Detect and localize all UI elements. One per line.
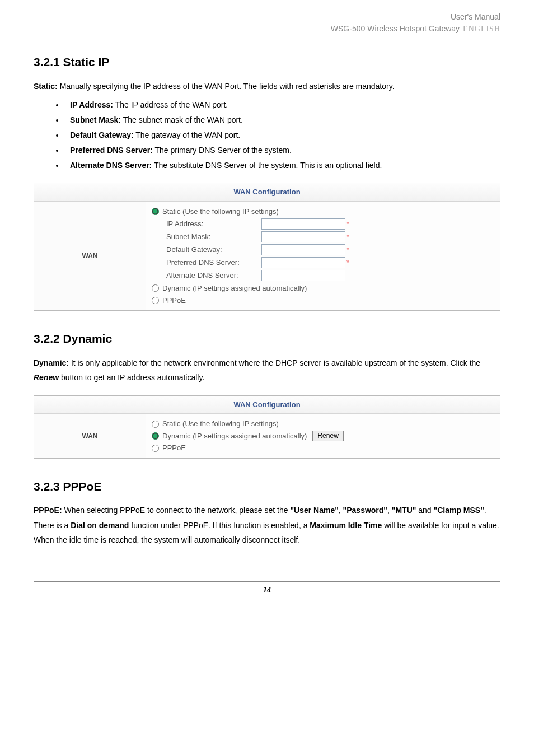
radio-line-pppoe[interactable]: PPPoE <box>152 295 494 306</box>
term-ip-address: IP Address: <box>70 100 113 109</box>
panel-title: WAN Configuration <box>34 183 500 202</box>
radio-pppoe[interactable] <box>152 445 159 452</box>
radio-label-static: Static (Use the following IP settings) <box>162 206 279 217</box>
list-item: Preferred DNS Server: The primary DNS Se… <box>64 144 500 156</box>
radio-label-pppoe: PPPoE <box>162 442 186 454</box>
radio-label-dynamic: Dynamic (IP settings assigned automatica… <box>162 283 307 294</box>
term-default-gateway: Default Gateway: <box>70 130 134 139</box>
header-line2: WSG-500 Wireless Hotspot Gateway ENGLISH <box>34 23 500 35</box>
radio-label-static: Static (Use the following IP settings) <box>162 418 279 430</box>
label-gw: Default Gateway: <box>166 244 261 255</box>
header-product: WSG-500 Wireless Hotspot Gateway <box>331 23 460 35</box>
text-dynamic2: button to get an IP address automaticall… <box>59 373 204 382</box>
term-password: "Password" <box>343 506 387 515</box>
radio-label-dynamic: Dynamic (IP settings assigned automatica… <box>162 431 307 442</box>
field-default-gateway: Default Gateway: * <box>166 244 494 255</box>
radio-pppoe[interactable] <box>152 297 159 304</box>
field-ip-address: IP Address: * <box>166 218 494 230</box>
term-subnet-mask: Subnet Mask: <box>70 115 121 124</box>
paragraph-dynamic: Dynamic: It is only applicable for the n… <box>34 356 500 385</box>
bullet-list-static: IP Address: The IP address of the WAN po… <box>64 99 500 171</box>
header-line1: User's Manual <box>34 11 500 23</box>
radio-line-pppoe[interactable]: PPPoE <box>152 442 494 454</box>
input-default-gateway[interactable] <box>261 244 345 255</box>
required-asterisk: * <box>346 257 349 268</box>
input-ip-address[interactable] <box>261 218 345 230</box>
heading-dynamic: 3.2.2 Dynamic <box>34 330 500 348</box>
term-renew: Renew <box>34 373 59 382</box>
term-mtu: "MTU" <box>392 506 416 515</box>
required-asterisk: * <box>346 231 349 242</box>
wan-config-panel-static: WAN Configuration WAN Static (Use the fo… <box>34 183 500 311</box>
desc-alternate-dns: The substitute DNS Server of the system.… <box>152 161 382 170</box>
renew-button[interactable]: Renew <box>312 431 343 441</box>
radio-dynamic[interactable] <box>152 432 159 440</box>
term-username: "User Name" <box>290 506 338 515</box>
radio-label-pppoe: PPPoE <box>162 295 186 306</box>
label-ip: IP Address: <box>166 218 261 230</box>
term-dynamic: Dynamic: <box>34 358 69 367</box>
input-alternate-dns[interactable] <box>261 270 345 281</box>
wan-label-cell: WAN <box>34 414 146 458</box>
header-language: ENGLISH <box>463 23 500 35</box>
text-dynamic1: It is only applicable for the network en… <box>69 358 480 367</box>
radio-line-dynamic[interactable]: Dynamic (IP settings assigned automatica… <box>152 431 494 442</box>
page-number: 14 <box>34 584 500 596</box>
term-alternate-dns: Alternate DNS Server: <box>70 161 152 170</box>
list-item: Alternate DNS Server: The substitute DNS… <box>64 160 500 171</box>
radio-dynamic[interactable] <box>152 284 159 292</box>
term-dial-on-demand: Dial on demand <box>71 521 129 530</box>
text-static-desc: Manually specifying the IP address of th… <box>58 82 395 91</box>
wan-label-cell: WAN <box>34 202 146 311</box>
heading-static-ip: 3.2.1 Static IP <box>34 53 500 71</box>
radio-static[interactable] <box>152 208 159 215</box>
required-asterisk: * <box>346 218 349 230</box>
list-item: IP Address: The IP address of the WAN po… <box>64 99 500 111</box>
label-dns2: Alternate DNS Server: <box>166 270 261 281</box>
t: When selecting PPPoE to connect to the n… <box>62 506 291 515</box>
t: , <box>387 506 392 515</box>
desc-subnet-mask: The subnet mask of the WAN port. <box>121 115 243 124</box>
desc-default-gateway: The gateway of the WAN port. <box>134 130 241 139</box>
radio-line-dynamic[interactable]: Dynamic (IP settings assigned automatica… <box>152 283 494 294</box>
page-header: User's Manual WSG-500 Wireless Hotspot G… <box>34 11 500 36</box>
term-pppoe: PPPoE: <box>34 506 62 515</box>
required-asterisk: * <box>346 244 349 255</box>
field-preferred-dns: Preferred DNS Server: * <box>166 257 494 268</box>
field-subnet-mask: Subnet Mask: * <box>166 231 494 242</box>
term-preferred-dns: Preferred DNS Server: <box>70 146 153 155</box>
list-item: Default Gateway: The gateway of the WAN … <box>64 129 500 141</box>
t: , <box>339 506 343 515</box>
radio-static[interactable] <box>152 421 159 428</box>
heading-pppoe: 3.2.3 PPPoE <box>34 478 500 496</box>
t: and <box>416 506 433 515</box>
desc-preferred-dns: The primary DNS Server of the system. <box>153 146 292 155</box>
input-preferred-dns[interactable] <box>261 257 345 268</box>
radio-line-static[interactable]: Static (Use the following IP settings) <box>152 418 494 430</box>
term-static: Static: <box>34 82 58 91</box>
label-dns1: Preferred DNS Server: <box>166 257 261 268</box>
desc-ip-address: The IP address of the WAN port. <box>113 100 228 109</box>
label-mask: Subnet Mask: <box>166 231 261 242</box>
footer-rule <box>34 581 500 582</box>
radio-line-static[interactable]: Static (Use the following IP settings) <box>152 206 494 217</box>
field-alternate-dns: Alternate DNS Server: <box>166 270 494 281</box>
list-item: Subnet Mask: The subnet mask of the WAN … <box>64 114 500 126</box>
paragraph-pppoe: PPPoE: When selecting PPPoE to connect t… <box>34 503 500 548</box>
term-max-idle-time: Maximum Idle Time <box>310 521 382 530</box>
paragraph-static: Static: Manually specifying the IP addre… <box>34 79 500 94</box>
wan-config-panel-dynamic: WAN Configuration WAN Static (Use the fo… <box>34 395 500 459</box>
input-subnet-mask[interactable] <box>261 231 345 242</box>
panel-title: WAN Configuration <box>34 396 500 414</box>
term-clamp-mss: "Clamp MSS" <box>434 506 484 515</box>
t: function under PPPoE. If this function i… <box>129 521 310 530</box>
